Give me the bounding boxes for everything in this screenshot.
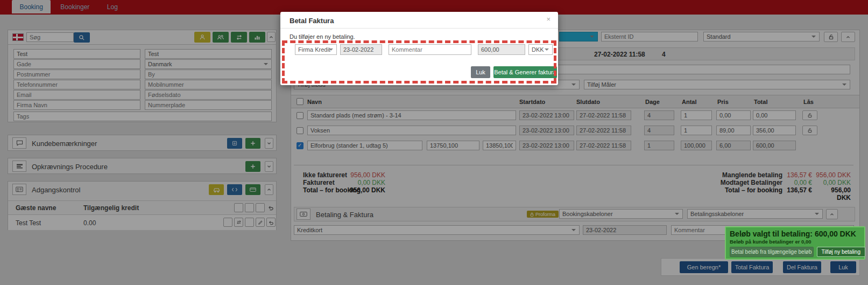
modal-comment-field[interactable] [389, 44, 471, 55]
modal-divider [280, 28, 558, 29]
modal-submit-button[interactable]: Betal & Generer faktura [493, 66, 557, 78]
modal-currency-select[interactable]: DKK [528, 44, 553, 55]
modal-date-field[interactable] [340, 44, 382, 55]
pay-from-available-button[interactable]: Betal beløb fra tilgængelige beløb [730, 247, 814, 257]
modal-amount-field[interactable] [478, 44, 525, 55]
close-icon[interactable]: × [546, 15, 551, 23]
amount-selected-title: Beløb valgt til betaling: 600,00 DKK [730, 230, 860, 238]
modal-title: Betal Faktura [290, 17, 334, 25]
pay-invoice-modal: Betal Faktura × Du tilføjer en ny betali… [280, 12, 558, 85]
add-new-payment-button[interactable]: Tilføj ny betaling [817, 247, 865, 257]
modal-method-select[interactable]: Firma Kredit [295, 44, 337, 55]
app-root: Booking Bookinger Log [0, 0, 868, 285]
customer-balance-subtitle: Beløb på kunde betalinger er 0,00 [730, 239, 860, 245]
modal-close-button[interactable]: Luk [471, 66, 490, 78]
modal-intro-text: Du tilføjer en ny betaling. [290, 33, 355, 40]
amount-highlight-box: Beløb valgt til betaling: 600,00 DKK Bel… [725, 226, 865, 260]
